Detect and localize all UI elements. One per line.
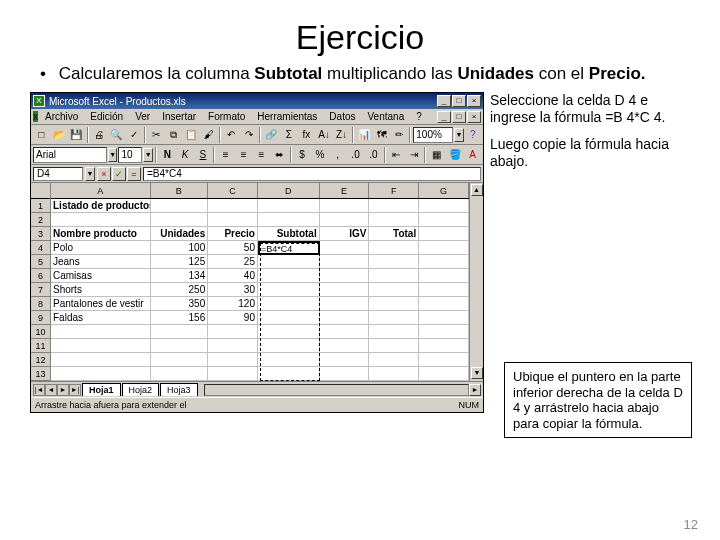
spell-icon[interactable]: ✓ bbox=[126, 127, 143, 143]
cell[interactable] bbox=[320, 353, 370, 367]
cell[interactable] bbox=[320, 367, 370, 381]
merge-icon[interactable]: ⬌ bbox=[271, 147, 288, 163]
menu-ventana[interactable]: Ventana bbox=[362, 110, 409, 123]
preview-icon[interactable]: 🔍 bbox=[108, 127, 125, 143]
size-dropdown-icon[interactable]: ▼ bbox=[143, 148, 152, 162]
cell[interactable] bbox=[51, 339, 151, 353]
cell[interactable]: Polo bbox=[51, 241, 151, 255]
cell[interactable] bbox=[419, 367, 469, 381]
print-icon[interactable]: 🖨 bbox=[91, 127, 108, 143]
bold-button[interactable]: N bbox=[159, 147, 176, 163]
cell[interactable] bbox=[258, 339, 320, 353]
name-box[interactable]: D4 bbox=[33, 167, 83, 181]
cell[interactable] bbox=[151, 199, 209, 213]
cell[interactable] bbox=[419, 269, 469, 283]
close-button[interactable]: × bbox=[467, 95, 481, 107]
cell-grid[interactable]: A B C D E F G Listado de productos Nombr… bbox=[51, 183, 469, 381]
cell[interactable] bbox=[258, 269, 320, 283]
cell[interactable]: Unidades bbox=[151, 227, 209, 241]
cell[interactable] bbox=[151, 325, 209, 339]
cell[interactable] bbox=[51, 325, 151, 339]
scroll-down-icon[interactable]: ▼ bbox=[471, 367, 483, 379]
cell[interactable] bbox=[419, 297, 469, 311]
cell[interactable] bbox=[258, 311, 320, 325]
row-header[interactable]: 6 bbox=[31, 269, 50, 283]
borders-icon[interactable]: ▦ bbox=[428, 147, 445, 163]
cell[interactable] bbox=[320, 339, 370, 353]
cell[interactable] bbox=[369, 283, 419, 297]
underline-button[interactable]: S bbox=[195, 147, 212, 163]
indent-inc-icon[interactable]: ⇥ bbox=[406, 147, 423, 163]
cell[interactable] bbox=[258, 353, 320, 367]
cell[interactable] bbox=[419, 325, 469, 339]
menu-insertar[interactable]: Insertar bbox=[157, 110, 201, 123]
cell[interactable] bbox=[258, 283, 320, 297]
row-header[interactable]: 12 bbox=[31, 353, 50, 367]
scroll-up-icon[interactable]: ▲ bbox=[471, 184, 483, 196]
cell[interactable] bbox=[258, 297, 320, 311]
col-header[interactable]: E bbox=[320, 183, 370, 198]
menu-help[interactable]: ? bbox=[411, 110, 427, 123]
cell[interactable]: 156 bbox=[151, 311, 209, 325]
cell[interactable] bbox=[419, 353, 469, 367]
map-icon[interactable]: 🗺 bbox=[373, 127, 390, 143]
currency-icon[interactable]: $ bbox=[294, 147, 311, 163]
cell[interactable] bbox=[208, 367, 258, 381]
menu-archivo[interactable]: Archivo bbox=[40, 110, 83, 123]
row-header[interactable]: 9 bbox=[31, 311, 50, 325]
formula-input[interactable]: =B4*C4 bbox=[143, 167, 481, 181]
cancel-formula-icon[interactable]: × bbox=[97, 167, 111, 181]
hyperlink-icon[interactable]: 🔗 bbox=[263, 127, 280, 143]
menu-ver[interactable]: Ver bbox=[130, 110, 155, 123]
comma-icon[interactable]: , bbox=[329, 147, 346, 163]
inc-decimal-icon[interactable]: .0 bbox=[347, 147, 364, 163]
cell[interactable] bbox=[320, 199, 370, 213]
row-header[interactable]: 10 bbox=[31, 325, 50, 339]
cell[interactable] bbox=[51, 353, 151, 367]
maximize-button[interactable]: □ bbox=[452, 95, 466, 107]
undo-icon[interactable]: ↶ bbox=[223, 127, 240, 143]
cell[interactable] bbox=[419, 199, 469, 213]
menu-herramientas[interactable]: Herramientas bbox=[252, 110, 322, 123]
paste-icon[interactable]: 📋 bbox=[183, 127, 200, 143]
cell[interactable]: 350 bbox=[151, 297, 209, 311]
cell[interactable] bbox=[369, 199, 419, 213]
font-dropdown-icon[interactable]: ▼ bbox=[108, 148, 117, 162]
equals-icon[interactable]: = bbox=[127, 167, 141, 181]
row-header[interactable]: 2 bbox=[31, 213, 50, 227]
row-header[interactable]: 13 bbox=[31, 367, 50, 381]
sort-desc-icon[interactable]: Z↓ bbox=[333, 127, 350, 143]
cell[interactable]: Nombre producto bbox=[51, 227, 151, 241]
col-header[interactable]: A bbox=[51, 183, 151, 198]
save-icon[interactable]: 💾 bbox=[68, 127, 85, 143]
cell[interactable] bbox=[369, 297, 419, 311]
cell[interactable] bbox=[51, 213, 151, 227]
dec-decimal-icon[interactable]: .0 bbox=[365, 147, 382, 163]
row-header[interactable]: 11 bbox=[31, 339, 50, 353]
scroll-right-icon[interactable]: ► bbox=[469, 384, 481, 396]
cell[interactable] bbox=[369, 241, 419, 255]
row-header[interactable]: 8 bbox=[31, 297, 50, 311]
new-icon[interactable]: □ bbox=[33, 127, 50, 143]
sheet-tab[interactable]: Hoja3 bbox=[160, 383, 198, 396]
chart-icon[interactable]: 📊 bbox=[356, 127, 373, 143]
tab-nav-last-icon[interactable]: ►| bbox=[69, 384, 81, 396]
cell[interactable] bbox=[151, 339, 209, 353]
row-header[interactable]: 1 bbox=[31, 199, 50, 213]
cell[interactable] bbox=[419, 283, 469, 297]
cell[interactable] bbox=[369, 311, 419, 325]
cell[interactable] bbox=[419, 227, 469, 241]
doc-minimize-button[interactable]: _ bbox=[437, 111, 451, 123]
col-header[interactable]: D bbox=[258, 183, 320, 198]
cell[interactable] bbox=[208, 199, 258, 213]
cell[interactable]: Shorts bbox=[51, 283, 151, 297]
cell[interactable] bbox=[369, 367, 419, 381]
vertical-scrollbar[interactable]: ▲ ▼ bbox=[469, 183, 483, 381]
help-icon[interactable]: ? bbox=[465, 127, 482, 143]
cell[interactable] bbox=[320, 311, 370, 325]
cell[interactable] bbox=[208, 339, 258, 353]
tab-nav-next-icon[interactable]: ► bbox=[57, 384, 69, 396]
cell[interactable]: Subtotal bbox=[258, 227, 320, 241]
drawing-icon[interactable]: ✏ bbox=[391, 127, 408, 143]
cell[interactable] bbox=[208, 325, 258, 339]
